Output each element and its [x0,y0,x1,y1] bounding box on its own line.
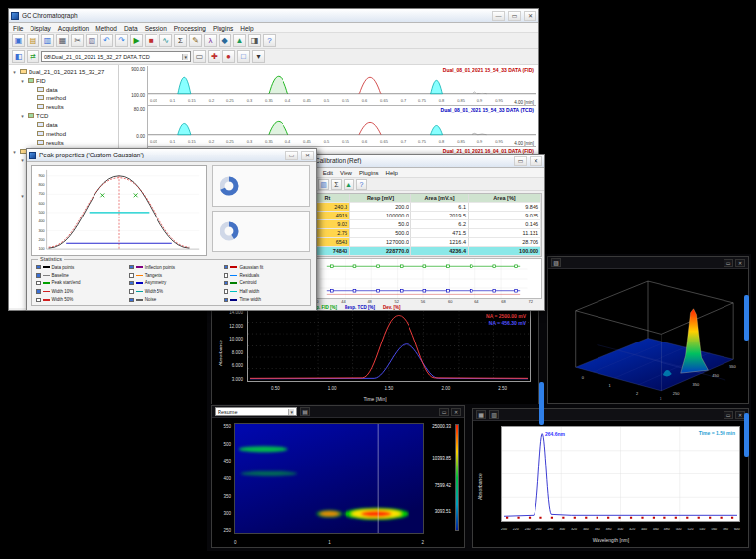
close-button[interactable]: ✕ [524,11,536,21]
statistic-option[interactable]: Width 5% [129,287,219,295]
edit-method-icon[interactable]: ✎ [189,34,202,47]
statistic-option[interactable]: Residuals [224,271,306,279]
menu-item[interactable]: Data [124,25,138,31]
statistic-option[interactable]: Width 50% [36,296,123,304]
statistic-option[interactable]: Data points [36,263,123,271]
twisty-icon[interactable]: ▾ [11,149,18,155]
checkbox[interactable] [129,273,134,278]
chromatogram-strip[interactable]: 900.00100.00 Dual_08_01_2021 15_54_33 DA… [121,66,536,106]
pane-splitter-handle[interactable] [539,382,544,425]
split-view-icon[interactable]: ◨ [248,34,261,47]
menu-item[interactable]: View [340,170,352,176]
menu-item[interactable]: File [13,25,23,31]
signal-label[interactable]: Dual_08_01_2021 15_54_33 DATA (FID) [443,67,534,73]
statistic-option[interactable]: Asymmetry [129,280,219,287]
signal-label[interactable]: Dual_08_01_2021 15_54_33 DATA (TCD) [441,107,534,113]
tree-item[interactable]: method [9,93,118,102]
calibration-titlebar[interactable]: Calibration (Ref) ▭ ✕ [302,155,544,168]
scrollbar-thumb[interactable] [744,413,749,457]
table-row[interactable]: 240.3 200.0 6.1 9.846 [305,203,541,212]
tree-item[interactable]: results [9,138,118,147]
menu-item[interactable]: Plugins [213,25,233,31]
menu-item[interactable]: Display [30,25,50,31]
checkbox[interactable] [224,289,229,294]
twisty-icon[interactable]: ▾ [19,113,26,119]
stop-acquisition-icon[interactable]: ■ [145,34,158,47]
chevron-down-icon[interactable]: ▾ [288,409,294,415]
undo-icon[interactable]: ↶ [100,34,113,47]
rotate-3d-icon[interactable]: ▨ [551,258,561,267]
new-analysis-icon[interactable]: ▣ [12,34,25,47]
checkbox[interactable] [224,281,229,286]
method-icon[interactable]: ◆ [219,34,231,47]
tree-item[interactable]: ▾ FID [9,76,118,85]
restore-button[interactable]: ▭ [439,408,449,416]
wavelength-icon[interactable]: λ [204,34,217,47]
cut-icon[interactable]: ✂ [71,34,84,47]
close-button[interactable]: ✕ [735,259,745,267]
twisty-icon[interactable]: ▾ [19,78,26,84]
compare-icon[interactable]: ⇄ [27,50,39,63]
menu-item[interactable]: Help [386,170,398,176]
menu-item[interactable]: Help [240,25,253,31]
tree-item[interactable]: method [9,129,118,138]
open-file-dropdown[interactable]: 08\Dual_21_01_2021 15_32_27 DATA.TCD ▾ [41,51,191,62]
integrate-icon[interactable]: Σ [174,34,187,47]
start-acquisition-icon[interactable]: ▶ [130,34,143,47]
open-data-icon[interactable]: ▤ [27,34,39,47]
menu-item[interactable]: Method [95,25,117,31]
statistic-option[interactable]: Gaussian fit [224,263,306,271]
close-button[interactable]: ✕ [451,408,461,416]
statistic-option[interactable]: Centroid [224,280,306,287]
copy-icon[interactable]: ▧ [86,34,98,47]
print-icon[interactable]: ▦ [56,34,69,47]
twisty-icon[interactable]: ▾ [19,193,26,199]
scrollbar-thumb[interactable] [744,295,749,341]
main-titlebar[interactable]: GC Chromatograph — ▭ ✕ [9,9,538,23]
checkbox[interactable] [129,298,134,303]
tree-item[interactable]: ▾ TCD [9,111,118,120]
checkbox[interactable] [129,289,134,294]
checkbox[interactable] [129,281,134,286]
calibration-help-icon[interactable]: ? [356,179,367,190]
restore-button[interactable]: ▭ [724,411,733,419]
menu-item[interactable]: Processing [174,25,206,31]
more-options-icon[interactable]: ▾ [252,50,265,63]
statistic-option[interactable]: Noise [129,296,219,304]
overlay-icon[interactable]: ◧ [12,50,25,63]
surface-3d-plot[interactable]: 0 1 2 3 250 350 450 550 [548,270,748,403]
restore-button[interactable]: ▭ [514,156,527,166]
table-row[interactable]: 6543 127000.0 1216.4 28.706 [305,238,541,247]
help-icon[interactable]: ? [263,34,276,47]
heatmap-plot[interactable] [234,423,424,534]
calibration-curve-icon[interactable]: ▲ [344,179,354,190]
redo-icon[interactable]: ↷ [115,34,128,47]
export-icon[interactable]: ▤ [300,407,310,416]
statistic-option[interactable]: Tangents [129,271,219,279]
chromatogram-strip[interactable]: 80.000.00 Dual_08_01_2021 15_54_33 DATA … [121,106,536,147]
checkbox[interactable] [224,298,229,303]
save-icon[interactable]: ▥ [489,410,499,419]
table-row[interactable]: 4919 100000.0 2019.5 9.035 [305,212,541,220]
tree-item[interactable]: data [9,120,118,129]
dialog-titlebar[interactable]: Peak properties ('Custom Gaussian') ▭ ✕ [27,149,316,162]
table-row[interactable]: 9.02 50.0 6.2 0.146 [305,220,541,229]
signal-label[interactable]: Dual_21_01_2021 16_04_01 DATA (FID) [443,148,534,154]
statistic-option[interactable]: Peak start/end [36,280,123,287]
menu-item[interactable]: Plugins [359,170,379,176]
checkbox[interactable] [224,273,229,278]
checkbox[interactable] [224,265,229,270]
chevron-down-icon[interactable]: ▾ [182,54,188,60]
restore-button[interactable]: ▭ [285,151,298,160]
checkbox[interactable] [129,265,134,270]
twisty-icon[interactable]: ▾ [19,157,26,163]
statistic-option[interactable]: Half width [224,287,306,295]
record-icon[interactable]: ● [222,50,235,63]
tree-item[interactable]: ▾ Dual_21_01_2021 15_32_27 [9,67,118,76]
signal-icon[interactable]: ∿ [159,34,172,47]
zoom-tool-icon[interactable]: ▭ [193,50,206,63]
close-button[interactable]: ✕ [530,156,542,166]
save-icon[interactable]: ▥ [41,34,54,47]
menu-item[interactable]: Acquisition [58,25,89,31]
peak-plot[interactable]: 900 800 700 600 500 400 300 200 100 [32,165,207,256]
